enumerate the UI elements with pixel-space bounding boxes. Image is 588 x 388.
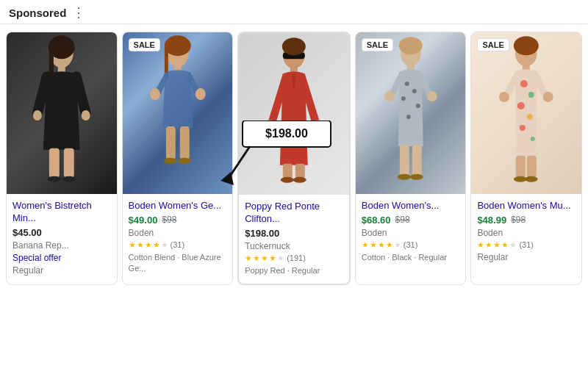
- svg-point-40: [384, 91, 395, 101]
- product-special-offer-1[interactable]: Special offer: [12, 253, 111, 263]
- product-review-count-5: (31): [519, 240, 534, 249]
- svg-point-37: [401, 96, 406, 101]
- svg-point-16: [149, 88, 159, 100]
- product-review-count-2: (31): [171, 240, 185, 249]
- star-5: ★: [277, 254, 284, 263]
- product-review-count-3: (191): [287, 254, 306, 262]
- svg-point-27: [313, 120, 323, 132]
- svg-rect-43: [412, 145, 422, 176]
- star-5: ★: [509, 240, 517, 250]
- product-card-3[interactable]: Poppy Red Ponte Clifton... $198.00 Tucke…: [237, 32, 351, 285]
- svg-point-39: [406, 115, 411, 119]
- products-grid: Women's Bistretch Min... $45.00 Banana R…: [0, 24, 588, 292]
- product-meta-4: Cotton · Black · Regular: [362, 252, 460, 263]
- product-original-price-2: $98: [162, 215, 176, 225]
- product-card-4[interactable]: SALE Boden Women's... $68.60 $98 Boden ★…: [355, 32, 467, 285]
- svg-point-50: [528, 92, 534, 98]
- product-meta-3: Poppy Red · Regular: [245, 265, 343, 276]
- product-price-3: $198.00: [245, 228, 279, 239]
- svg-point-17: [195, 88, 205, 100]
- star-3: ★: [378, 240, 385, 250]
- product-sale-price-5: $48.99: [477, 215, 506, 226]
- star-1: ★: [477, 240, 484, 250]
- more-options-icon[interactable]: ⋮: [72, 6, 85, 19]
- product-card-5[interactable]: SALE Boden Women's Mu... $48.99 $98 Bode…: [470, 32, 582, 285]
- star-4: ★: [501, 240, 509, 250]
- svg-point-56: [543, 92, 553, 102]
- star-2: ★: [253, 254, 260, 263]
- svg-point-30: [281, 177, 294, 183]
- product-image-2: SALE: [123, 32, 233, 194]
- svg-point-36: [412, 89, 417, 93]
- product-info-3: Poppy Red Ponte Clifton... $198.00 Tucke…: [239, 195, 349, 284]
- star-1: ★: [129, 240, 136, 250]
- product-image-4: SALE: [356, 32, 466, 194]
- star-2: ★: [137, 240, 144, 250]
- product-condition-5: Regular: [477, 252, 576, 262]
- star-5: ★: [161, 240, 168, 250]
- star-5: ★: [394, 240, 401, 250]
- svg-rect-42: [400, 145, 409, 176]
- product-title-2: Boden Women's Ge...: [129, 200, 227, 212]
- svg-point-44: [398, 174, 411, 180]
- product-title-4: Boden Women's...: [362, 200, 460, 212]
- product-info-2: Boden Women's Ge... $49.00 $98 Boden ★ ★…: [123, 194, 233, 284]
- svg-point-41: [427, 91, 437, 101]
- star-4: ★: [153, 240, 160, 250]
- star-4: ★: [386, 240, 393, 250]
- star-3: ★: [261, 254, 268, 263]
- sponsored-label: Sponsored: [9, 7, 66, 19]
- svg-rect-58: [527, 156, 537, 178]
- svg-point-33: [399, 37, 423, 54]
- product-title-1: Women's Bistretch Min...: [12, 200, 111, 225]
- svg-point-53: [520, 125, 526, 131]
- svg-point-45: [410, 174, 423, 180]
- svg-point-13: [164, 35, 190, 56]
- product-image-5: SALE: [471, 32, 581, 194]
- product-image-1: [7, 32, 117, 194]
- svg-point-31: [293, 177, 306, 183]
- svg-point-6: [33, 110, 42, 121]
- star-2: ★: [370, 240, 377, 250]
- product-title-5: Boden Women's Mu...: [477, 200, 576, 212]
- sale-badge-5: SALE: [477, 38, 509, 51]
- star-3: ★: [145, 240, 152, 250]
- product-original-price-4: $98: [395, 215, 410, 225]
- svg-point-24: [282, 37, 306, 55]
- svg-point-52: [527, 114, 533, 120]
- product-meta-2: Cotton Blend · Blue Azure Ge...: [129, 252, 227, 275]
- product-seller-5: Boden: [477, 228, 576, 238]
- product-title-3: Poppy Red Ponte Clifton...: [245, 201, 343, 226]
- star-1: ★: [362, 240, 369, 250]
- star-1: ★: [245, 254, 252, 263]
- sale-badge-4: SALE: [362, 38, 393, 51]
- product-image-3: [239, 33, 349, 195]
- product-price-1: $45.00: [12, 227, 42, 238]
- svg-point-55: [499, 92, 509, 102]
- svg-rect-18: [165, 126, 175, 159]
- svg-point-7: [82, 110, 90, 121]
- svg-point-47: [514, 36, 539, 55]
- product-seller-1: Banana Rep...: [12, 240, 111, 251]
- product-card-2[interactable]: SALE Boden Women's Ge... $49.00 $98 Bode…: [122, 32, 234, 285]
- star-3: ★: [493, 240, 501, 250]
- product-original-price-5: $98: [511, 215, 526, 225]
- star-4: ★: [269, 254, 276, 263]
- product-seller-2: Boden: [129, 228, 227, 238]
- svg-point-60: [525, 176, 538, 182]
- svg-point-49: [520, 80, 528, 87]
- svg-point-10: [48, 176, 61, 182]
- svg-point-26: [265, 120, 275, 132]
- svg-point-21: [177, 158, 190, 164]
- product-sale-price-2: $49.00: [129, 215, 158, 226]
- sale-badge-2: SALE: [129, 38, 160, 51]
- product-seller-3: Tuckernuck: [245, 241, 343, 251]
- svg-rect-8: [49, 148, 60, 178]
- product-info-1: Women's Bistretch Min... $45.00 Banana R…: [7, 194, 117, 284]
- product-info-4: Boden Women's... $68.60 $98 Boden ★ ★ ★ …: [356, 194, 466, 284]
- sponsored-header: Sponsored ⋮: [0, 0, 588, 24]
- svg-rect-28: [283, 164, 293, 179]
- product-card-1[interactable]: Women's Bistretch Min... $45.00 Banana R…: [6, 32, 118, 285]
- product-rating-2: ★ ★ ★ ★ ★ (31): [129, 240, 227, 250]
- svg-rect-57: [516, 156, 526, 178]
